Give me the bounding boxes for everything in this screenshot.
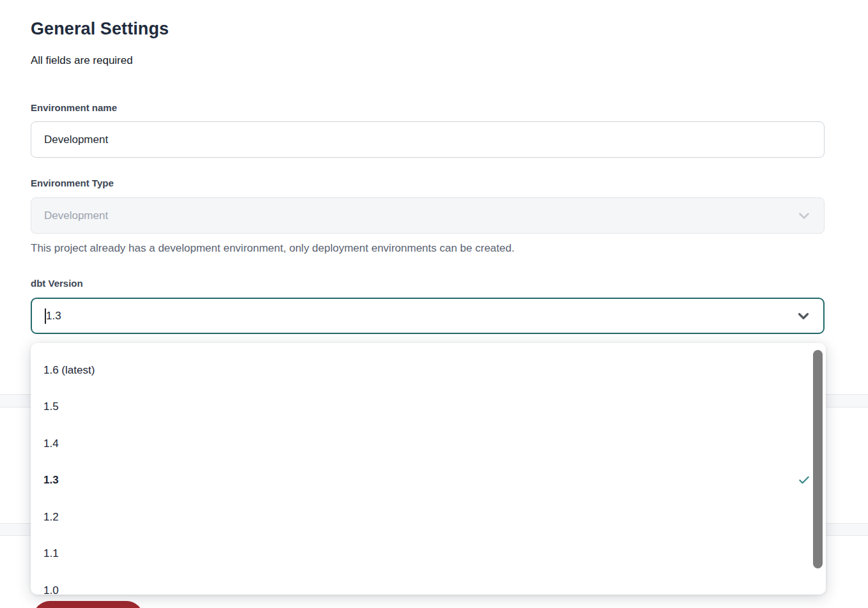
environment-type-label: Environment Type (31, 178, 114, 188)
page-title: General Settings (31, 19, 169, 39)
dropdown-option[interactable]: 1.5 (31, 389, 826, 426)
delete-button-partial[interactable] (33, 601, 143, 608)
dropdown-option[interactable]: 1.0 (31, 572, 826, 595)
dropdown-option-label: 1.4 (43, 437, 59, 450)
dropdown-option-label: 1.1 (43, 547, 59, 560)
dropdown-option[interactable]: 1.1 (31, 536, 826, 573)
dbt-version-label: dbt Version (31, 278, 83, 289)
dbt-version-dropdown: 1.6 (latest) 1.5 1.4 1.3 1.2 1.1 (31, 343, 826, 595)
check-icon (798, 474, 810, 487)
scrollbar-thumb[interactable] (813, 350, 823, 568)
environment-type-select[interactable]: Development (31, 197, 825, 234)
page-subtitle: All fields are required (31, 54, 133, 67)
dropdown-option-label: 1.5 (43, 400, 59, 413)
environment-name-input[interactable] (31, 121, 825, 158)
chevron-down-icon (796, 208, 812, 224)
dbt-version-value: 1.3 (46, 310, 61, 323)
dropdown-option-label: 1.6 (latest) (43, 364, 95, 377)
dropdown-option-label: 1.2 (43, 511, 59, 524)
environment-type-helper: This project already has a development e… (31, 242, 515, 255)
environment-name-label: Environment name (31, 102, 117, 113)
dropdown-option-label: 1.3 (43, 474, 59, 487)
dropdown-option[interactable]: 1.2 (31, 499, 826, 536)
dropdown-option[interactable]: 1.6 (latest) (31, 352, 826, 389)
dbt-version-combobox[interactable]: 1.3 (31, 298, 825, 334)
chevron-down-icon (795, 308, 812, 324)
dropdown-options: 1.6 (latest) 1.5 1.4 1.3 1.2 1.1 (31, 343, 826, 595)
dropdown-option[interactable]: 1.3 (31, 462, 826, 499)
dropdown-option[interactable]: 1.4 (31, 425, 826, 462)
environment-type-value: Development (44, 209, 108, 222)
dropdown-option-label: 1.0 (43, 584, 59, 595)
